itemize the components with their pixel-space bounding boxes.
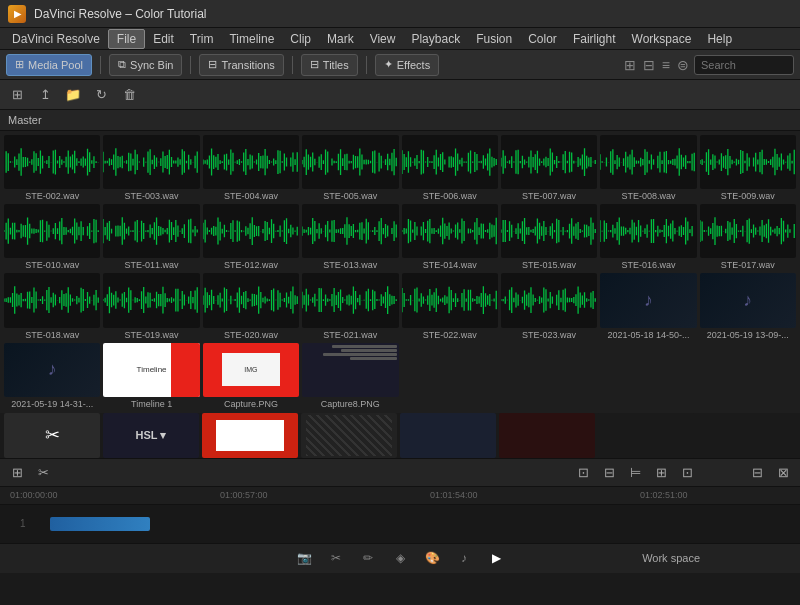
menu-mark[interactable]: Mark bbox=[319, 30, 362, 48]
partial-item-5[interactable] bbox=[499, 413, 595, 458]
media-item-13[interactable]: STE-015.wav bbox=[501, 204, 597, 270]
media-item-15[interactable]: STE-017.wav bbox=[700, 204, 796, 270]
title-bar: ▶ DaVinci Resolve – Color Tutorial bbox=[0, 0, 800, 28]
media-label-21: STE-023.wav bbox=[501, 330, 597, 340]
workspace-camera[interactable]: 📷 bbox=[290, 546, 318, 570]
search-input[interactable] bbox=[694, 55, 794, 75]
menu-workspace[interactable]: Workspace bbox=[624, 30, 700, 48]
effects-button[interactable]: ✦ Effects bbox=[375, 54, 439, 76]
media-item-9[interactable]: STE-011.wav bbox=[103, 204, 199, 270]
media-item-16[interactable]: STE-018.wav bbox=[4, 273, 100, 339]
new-bin-button[interactable]: 📁 bbox=[62, 84, 84, 106]
menu-file[interactable]: File bbox=[108, 29, 145, 49]
partial-item-1[interactable]: HSL ▾ bbox=[103, 413, 199, 458]
timeline-layout-button[interactable]: ⊞ bbox=[6, 461, 28, 483]
media-label-22: 2021-05-18 14-50-... bbox=[600, 330, 696, 340]
partial-item-6[interactable] bbox=[598, 413, 694, 458]
separator4 bbox=[366, 56, 367, 74]
import-button[interactable]: ↥ bbox=[34, 84, 56, 106]
media-item-10[interactable]: STE-012.wav bbox=[203, 204, 299, 270]
video-track[interactable] bbox=[50, 517, 150, 531]
workspace-color[interactable]: 🎨 bbox=[418, 546, 446, 570]
panel-header: Master bbox=[0, 110, 800, 131]
scissors-icon[interactable]: ✂ bbox=[32, 461, 54, 483]
media-label-18: STE-020.wav bbox=[203, 330, 299, 340]
grid-icon[interactable]: ⊟ bbox=[641, 55, 657, 75]
media-item-18[interactable]: STE-020.wav bbox=[203, 273, 299, 339]
menu-fusion[interactable]: Fusion bbox=[468, 30, 520, 48]
ruler-mark-0: 01:00:00:00 bbox=[10, 490, 58, 500]
workspace-fairlight[interactable]: ♪ bbox=[450, 546, 478, 570]
media-label-2: STE-004.wav bbox=[203, 191, 299, 201]
partial-item-2[interactable] bbox=[202, 413, 298, 458]
menu-trim[interactable]: Trim bbox=[182, 30, 222, 48]
media-label-11: STE-013.wav bbox=[302, 260, 398, 270]
expand-button[interactable]: ⊠ bbox=[772, 461, 794, 483]
media-label-25: Timeline 1 bbox=[103, 399, 199, 409]
delete-button[interactable]: 🗑 bbox=[118, 84, 140, 106]
media-item-8[interactable]: STE-010.wav bbox=[4, 204, 100, 270]
ruler-mark-3: 01:02:51:00 bbox=[640, 490, 688, 500]
menu-fairlight[interactable]: Fairlight bbox=[565, 30, 624, 48]
partial-item-0[interactable]: ✂ bbox=[4, 413, 100, 458]
menu-playback[interactable]: Playback bbox=[403, 30, 468, 48]
media-item-22[interactable]: ♪ 2021-05-18 14-50-... bbox=[600, 273, 696, 339]
titles-icon: ⊟ bbox=[310, 58, 319, 71]
refresh-button[interactable]: ↻ bbox=[90, 84, 112, 106]
media-label-1: STE-003.wav bbox=[103, 191, 199, 201]
menu-color[interactable]: Color bbox=[520, 30, 565, 48]
monitor-button[interactable]: ⊟ bbox=[598, 461, 620, 483]
menu-view[interactable]: View bbox=[362, 30, 404, 48]
sync-bin-button[interactable]: ⧉ Sync Bin bbox=[109, 54, 182, 76]
media-pool-icon: ⊞ bbox=[15, 58, 24, 71]
media-item-7[interactable]: STE-009.wav bbox=[700, 135, 796, 201]
end-button[interactable]: ⊟ bbox=[746, 461, 768, 483]
media-item-3[interactable]: STE-005.wav bbox=[302, 135, 398, 201]
media-item-6[interactable]: STE-008.wav bbox=[600, 135, 696, 201]
media-item-26[interactable]: IMG Capture.PNG bbox=[203, 343, 299, 409]
workspace-cut[interactable]: ✂ bbox=[322, 546, 350, 570]
media-item-5[interactable]: STE-007.wav bbox=[501, 135, 597, 201]
menu-edit[interactable]: Edit bbox=[145, 30, 182, 48]
partial-item-3[interactable] bbox=[301, 413, 397, 458]
media-grid: STE-002.wav STE-003.wav STE-004.wav STE-… bbox=[0, 131, 800, 413]
media-item-4[interactable]: STE-006.wav bbox=[402, 135, 498, 201]
partial-item-4[interactable] bbox=[400, 413, 496, 458]
media-item-14[interactable]: STE-016.wav bbox=[600, 204, 696, 270]
menu-clip[interactable]: Clip bbox=[282, 30, 319, 48]
media-item-24[interactable]: ♪ 2021-05-19 14-31-... bbox=[4, 343, 100, 409]
align-button[interactable]: ⊨ bbox=[624, 461, 646, 483]
metadata-icon[interactable]: ⊜ bbox=[675, 55, 691, 75]
titles-button[interactable]: ⊟ Titles bbox=[301, 54, 358, 76]
menu-bar: DaVinci Resolve File Edit Trim Timeline … bbox=[0, 28, 800, 50]
media-item-27[interactable]: Capture8.PNG bbox=[302, 343, 398, 409]
media-item-25[interactable]: Timeline Timeline 1 bbox=[103, 343, 199, 409]
media-label-13: STE-015.wav bbox=[501, 260, 597, 270]
media-item-0[interactable]: STE-002.wav bbox=[4, 135, 100, 201]
media-label-14: STE-016.wav bbox=[600, 260, 696, 270]
list-icon[interactable]: ≡ bbox=[660, 55, 672, 75]
media-item-11[interactable]: STE-013.wav bbox=[302, 204, 398, 270]
workspace-fusion[interactable]: ◈ bbox=[386, 546, 414, 570]
media-item-19[interactable]: STE-021.wav bbox=[302, 273, 398, 339]
media-pool-button[interactable]: ⊞ Media Pool bbox=[6, 54, 92, 76]
transitions-button[interactable]: ⊟ Transitions bbox=[199, 54, 283, 76]
timeline-ruler: 01:00:00:00 01:00:57:00 01:01:54:00 01:0… bbox=[0, 487, 800, 505]
menu-help[interactable]: Help bbox=[699, 30, 740, 48]
menu-davinci[interactable]: DaVinci Resolve bbox=[4, 30, 108, 48]
media-item-17[interactable]: STE-019.wav bbox=[103, 273, 199, 339]
media-item-23[interactable]: ♪ 2021-05-19 13-09-... bbox=[700, 273, 796, 339]
marker-button[interactable]: ⊡ bbox=[572, 461, 594, 483]
media-item-2[interactable]: STE-004.wav bbox=[203, 135, 299, 201]
flag-button[interactable]: ⊡ bbox=[676, 461, 698, 483]
media-item-12[interactable]: STE-014.wav bbox=[402, 204, 498, 270]
media-item-1[interactable]: STE-003.wav bbox=[103, 135, 199, 201]
workspace-deliver[interactable]: ▶ bbox=[482, 546, 510, 570]
media-item-20[interactable]: STE-022.wav bbox=[402, 273, 498, 339]
workspace-edit[interactable]: ✏ bbox=[354, 546, 382, 570]
media-item-21[interactable]: STE-023.wav bbox=[501, 273, 597, 339]
grid-list-icon[interactable]: ⊞ bbox=[622, 55, 638, 75]
link-button[interactable]: ⊞ bbox=[650, 461, 672, 483]
view-options-button[interactable]: ⊞ bbox=[6, 84, 28, 106]
menu-timeline[interactable]: Timeline bbox=[221, 30, 282, 48]
